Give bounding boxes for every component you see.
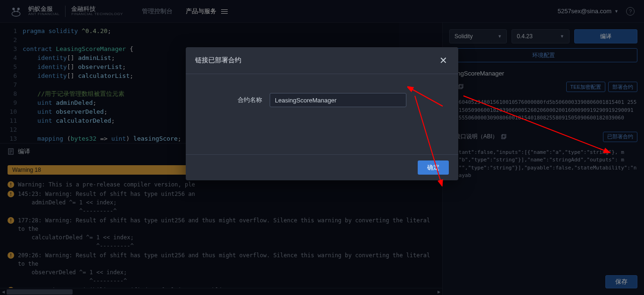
modal-close-button[interactable]: ✕ bbox=[438, 55, 449, 66]
modal-body: 合约名称 bbox=[186, 74, 458, 154]
modal-header: 链接已部署合约 ✕ bbox=[186, 47, 458, 74]
modal-field-label: 合约名称 bbox=[238, 96, 262, 104]
modal-footer: 确定 bbox=[186, 154, 458, 180]
link-contract-modal: 链接已部署合约 ✕ 合约名称 确定 bbox=[186, 47, 458, 180]
contract-name-input[interactable] bbox=[270, 93, 406, 107]
modal-title: 链接已部署合约 bbox=[195, 56, 241, 65]
modal-confirm-button[interactable]: 确定 bbox=[418, 160, 449, 175]
modal-overlay: 链接已部署合约 ✕ 合约名称 确定 bbox=[0, 0, 644, 295]
